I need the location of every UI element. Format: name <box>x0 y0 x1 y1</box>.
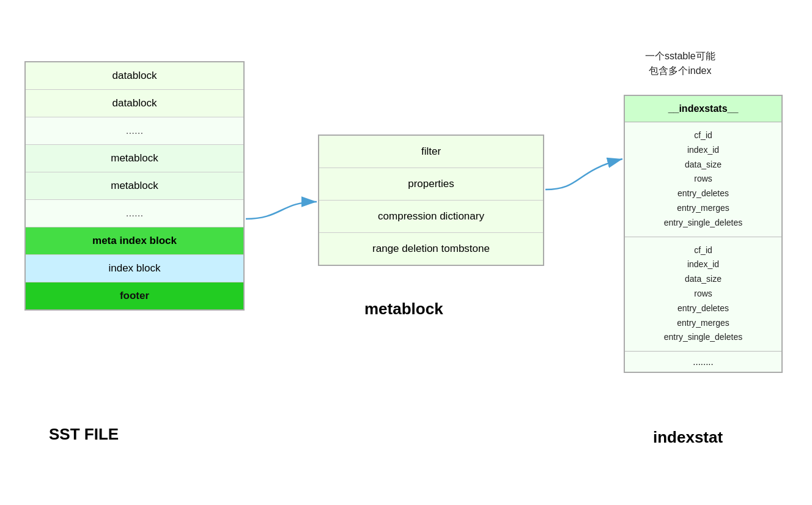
meta-row-properties: properties <box>319 168 543 201</box>
indexstat-item: index_id <box>625 257 781 272</box>
metablock-label: metablock <box>364 300 443 319</box>
indexstat-item: data_size <box>625 272 781 287</box>
meta-row-range-deletion: range deletion tombstone <box>319 233 543 265</box>
indexstat-group2: cf_id index_id data_size rows entry_dele… <box>625 237 781 352</box>
indexstat-label: indexstat <box>653 428 723 447</box>
indexstat-item: entry_merges <box>625 201 781 216</box>
meta-row-compression: compression dictionary <box>319 201 543 233</box>
indexstat-item: entry_merges <box>625 316 781 331</box>
indexstat-group1: cf_id index_id data_size rows entry_dele… <box>625 122 781 237</box>
indexstat-item: entry_deletes <box>625 186 781 201</box>
sst-row-metablock1: metablock <box>26 145 243 172</box>
indexstat-item: rows <box>625 172 781 186</box>
metablock-section: filter properties compression dictionary… <box>318 135 544 266</box>
indexstat-item: entry_single_deletes <box>625 330 781 345</box>
sst-row-meta-index: meta index block <box>26 227 243 255</box>
metablock-box: filter properties compression dictionary… <box>318 135 544 266</box>
indexstat-item: entry_single_deletes <box>625 216 781 230</box>
indexstat-box: __indexstats__ cf_id index_id data_size … <box>624 95 783 373</box>
sst-row-footer: footer <box>26 282 243 309</box>
sst-row-datablock2: datablock <box>26 90 243 117</box>
indexstat-header: __indexstats__ <box>625 96 781 122</box>
sst-row-metablock2: metablock <box>26 172 243 200</box>
indexstat-dots: ........ <box>625 352 781 372</box>
sst-row-dots1: ...... <box>26 117 243 145</box>
sst-label: SST FILE <box>49 425 119 444</box>
sst-row-dots2: ...... <box>26 200 243 227</box>
indexstat-item: cf_id <box>625 243 781 258</box>
sst-row-index-block: index block <box>26 255 243 282</box>
meta-row-filter: filter <box>319 136 543 168</box>
sst-box: datablock datablock ...... metablock met… <box>24 61 245 311</box>
indexstat-section: __indexstats__ cf_id index_id data_size … <box>624 95 783 373</box>
sst-row-datablock1: datablock <box>26 62 243 90</box>
indexstat-item: data_size <box>625 158 781 172</box>
arrow-metablock-to-indexstat <box>545 159 622 190</box>
sst-section: datablock datablock ...... metablock met… <box>24 61 245 311</box>
diagram-container: datablock datablock ...... metablock met… <box>0 0 812 505</box>
indexstat-item: entry_deletes <box>625 301 781 316</box>
note-text: 一个sstable可能 包含多个index <box>645 49 715 78</box>
indexstat-item: cf_id <box>625 128 781 143</box>
indexstat-item: rows <box>625 287 781 301</box>
indexstat-item: index_id <box>625 143 781 158</box>
arrow-sst-to-metablock <box>246 202 317 219</box>
